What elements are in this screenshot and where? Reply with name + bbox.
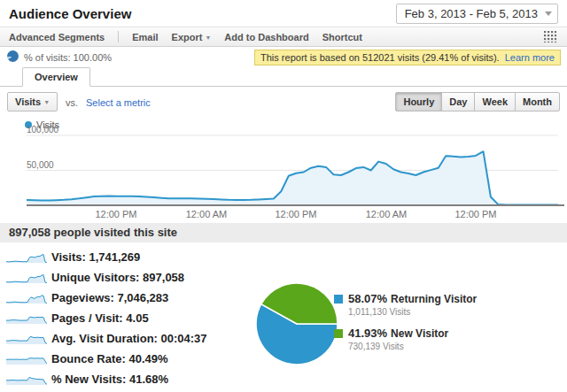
returning-visitor-visits: 1,011,130 Visits — [348, 307, 477, 317]
metric-value: 4.05 — [126, 311, 148, 325]
pages-per-visit-sparkline — [6, 311, 47, 325]
granularity-week-button[interactable]: Week — [474, 92, 516, 111]
metric-value: 41.68% — [129, 373, 168, 386]
unique-visitors-sparkline — [6, 270, 47, 284]
chevron-down-icon — [545, 12, 552, 16]
vs-label: vs. — [66, 97, 78, 108]
visits-area-fill — [27, 151, 558, 205]
metric-value: 897,058 — [143, 271, 184, 284]
metric-label: Bounce Rate: — [51, 352, 126, 365]
percent-new-visits-sparkline — [6, 372, 47, 386]
metric-label: Pages / Visit: — [51, 311, 123, 325]
new-visitor-label: New Visitor — [391, 327, 448, 340]
metric-value: 1,741,269 — [89, 250, 140, 264]
new-visitor-pct: 41.93% — [348, 327, 387, 340]
pie-legend: 58.07%Returning Visitor 1,011,130 Visits… — [334, 292, 477, 361]
report-toolbar: Advanced Segments Email Export▼ Add to D… — [0, 27, 567, 47]
pageviews-sparkline — [6, 290, 47, 304]
granularity-day-button[interactable]: Day — [441, 92, 475, 111]
metric-selector-dropdown[interactable]: Visits▼ — [7, 92, 58, 111]
granularity-control: Hourly Day Week Month — [395, 92, 560, 111]
pie-legend-new-visitor: 41.93%New Visitor 730,139 Visits — [334, 327, 477, 351]
new-visitor-swatch-icon — [334, 329, 343, 338]
x-axis-tick: 12:00 AM — [180, 209, 233, 219]
metric-label: Avg. Visit Duration: — [51, 332, 158, 345]
granularity-month-button[interactable]: Month — [515, 92, 560, 111]
select-a-metric-link[interactable]: Select a metric — [86, 97, 151, 108]
metric-row-percent-new-visits: % New Visits: 41.68% — [0, 371, 372, 388]
visitor-type-pie-chart — [254, 281, 339, 366]
tab-overview[interactable]: Overview — [22, 67, 90, 87]
returning-visitor-swatch-icon — [334, 295, 343, 304]
returning-visitor-label: Returning Visitor — [391, 293, 477, 305]
bounce-rate-sparkline — [6, 351, 47, 365]
date-range-selector[interactable]: Feb 3, 2013 - Feb 5, 2013 — [396, 4, 558, 24]
metric-label: Pageviews: — [51, 291, 114, 304]
export-button[interactable]: Export▼ — [172, 32, 212, 42]
toolbar-divider — [118, 31, 119, 42]
percent-of-visits-label: % of visits: 100.00% — [24, 52, 112, 63]
new-visitor-visits: 730,139 Visits — [348, 342, 477, 351]
metric-label: % New Visits: — [51, 373, 126, 386]
date-range-text: Feb 3, 2013 - Feb 5, 2013 — [405, 7, 538, 20]
email-button[interactable]: Email — [132, 32, 158, 42]
visits-area-chart — [0, 131, 567, 219]
visits-sparkline — [6, 250, 47, 264]
x-axis-tick: 12:00 PM — [449, 209, 502, 219]
metric-value: 40.49% — [128, 352, 167, 365]
returning-visitor-pct: 58.07% — [348, 292, 387, 305]
add-to-dashboard-button[interactable]: Add to Dashboard — [224, 32, 308, 42]
x-axis-tick: 12:00 PM — [89, 209, 143, 219]
chevron-down-icon: ▼ — [205, 35, 211, 41]
sampling-notice-text: This report is based on 512021 visits (2… — [260, 52, 500, 63]
pie-legend-returning-visitor: 58.07%Returning Visitor 1,011,130 Visits — [334, 292, 477, 317]
metric-value: 7,046,283 — [117, 291, 168, 304]
chevron-down-icon: ▼ — [43, 99, 50, 105]
granularity-hourly-button[interactable]: Hourly — [395, 92, 442, 111]
app-grid-icon[interactable] — [544, 31, 556, 42]
percent-of-visits-pie-icon — [7, 50, 19, 62]
shortcut-button[interactable]: Shortcut — [322, 32, 362, 42]
metric-row-visits: Visits: 1,741,269 — [0, 249, 372, 266]
x-axis-tick: 12:00 AM — [360, 209, 413, 219]
x-axis-tick: 12:00 PM — [269, 209, 322, 219]
metric-label: Visits: — [51, 250, 86, 264]
metric-label: Unique Visitors: — [51, 271, 139, 284]
page-title: Audience Overview — [9, 6, 131, 21]
audience-overview-page: Audience Overview Feb 3, 2013 - Feb 5, 2… — [0, 0, 567, 392]
tab-bar: Overview — [0, 67, 567, 87]
avg-visit-duration-sparkline — [6, 331, 47, 345]
advanced-segments-button[interactable]: Advanced Segments — [9, 32, 105, 42]
learn-more-link[interactable]: Learn more — [505, 52, 555, 63]
metric-value: 00:04:37 — [161, 332, 207, 345]
sampling-notice: This report is based on 512021 visits (2… — [254, 50, 561, 65]
visitors-summary-headline: 897,058 people visited this site — [0, 223, 567, 242]
